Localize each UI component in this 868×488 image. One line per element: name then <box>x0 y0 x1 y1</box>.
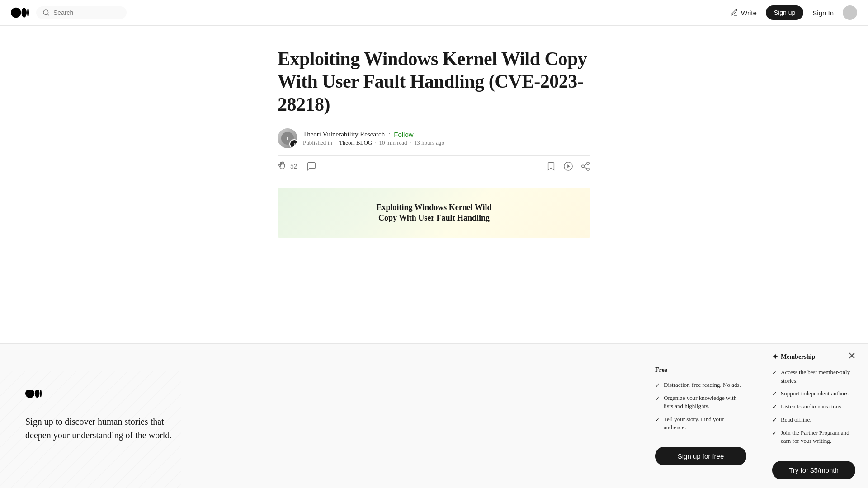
publication-avatar: T <box>289 139 297 148</box>
clap-button[interactable]: 52 <box>278 161 297 171</box>
article-preview-image: Exploiting Windows Kernel Wild Copy With… <box>278 188 590 238</box>
meta-sep1 <box>335 139 336 146</box>
save-button[interactable] <box>546 161 556 171</box>
clap-icon <box>278 161 288 171</box>
time-ago: 13 hours ago <box>414 139 444 146</box>
svg-point-8 <box>587 168 590 171</box>
avatar[interactable] <box>843 5 857 20</box>
svg-line-9 <box>584 167 587 169</box>
author-name-row: Theori Vulnerability Research · Follow <box>303 130 444 138</box>
published-in-label: Published in <box>303 139 332 146</box>
listen-button[interactable] <box>563 161 573 171</box>
preview-title: Exploiting Windows Kernel Wild Copy With… <box>371 197 497 229</box>
article-container: Exploiting Windows Kernel Wild Copy With… <box>267 26 601 238</box>
author-avatar[interactable]: T T <box>278 128 297 148</box>
svg-point-7 <box>582 165 585 168</box>
search-bar[interactable] <box>36 6 127 19</box>
search-input[interactable] <box>53 9 120 16</box>
share-icon <box>580 161 590 171</box>
signup-button[interactable]: Sign up <box>766 5 803 20</box>
article-title: Exploiting Windows Kernel Wild Copy With… <box>278 47 590 116</box>
search-icon <box>42 9 50 16</box>
meta-row: Published in Theori BLOG · 10 min read ·… <box>303 139 444 146</box>
write-button[interactable]: Write <box>730 9 757 17</box>
svg-text:T: T <box>286 136 289 141</box>
play-icon <box>563 161 573 171</box>
publication-link[interactable]: Theori BLOG <box>339 139 372 146</box>
author-name[interactable]: Theori Vulnerability Research <box>303 131 385 138</box>
signin-button[interactable]: Sign In <box>812 9 834 17</box>
toolbar-right <box>546 161 590 171</box>
medium-logo[interactable] <box>11 7 29 19</box>
comment-icon <box>307 161 316 171</box>
comment-button[interactable] <box>307 161 316 171</box>
svg-line-1 <box>47 14 49 15</box>
clap-count: 52 <box>290 163 297 170</box>
svg-line-10 <box>584 164 587 166</box>
follow-button[interactable]: Follow <box>394 131 413 138</box>
author-row: T T Theori Vulnerability Research · Foll… <box>278 128 590 148</box>
navbar: Write Sign up Sign In <box>0 0 868 26</box>
save-icon <box>546 161 556 171</box>
read-time: 10 min read <box>379 139 407 146</box>
share-button[interactable] <box>580 161 590 171</box>
navbar-right: Write Sign up Sign In <box>730 5 857 20</box>
author-info: Theori Vulnerability Research · Follow P… <box>303 130 444 146</box>
article-toolbar: 52 <box>278 155 590 177</box>
write-icon <box>730 9 738 17</box>
meta-sep2: · <box>375 139 376 146</box>
navbar-left <box>11 6 127 19</box>
svg-marker-5 <box>567 165 570 168</box>
svg-point-0 <box>43 10 48 15</box>
meta-sep3: · <box>410 139 411 146</box>
svg-point-6 <box>587 162 590 165</box>
dot-separator: · <box>388 130 390 138</box>
toolbar-left: 52 <box>278 161 316 171</box>
